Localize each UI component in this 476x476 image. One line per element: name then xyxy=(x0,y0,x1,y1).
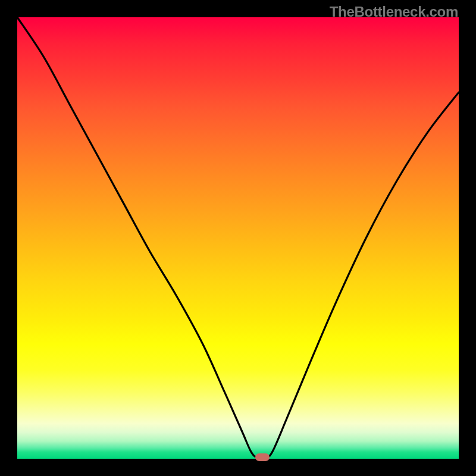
chart-container: TheBottleneck.com xyxy=(0,0,476,476)
bottleneck-curve xyxy=(17,17,459,459)
watermark-text: TheBottleneck.com xyxy=(330,4,458,20)
curve-path xyxy=(17,17,459,459)
optimum-marker xyxy=(255,453,270,461)
